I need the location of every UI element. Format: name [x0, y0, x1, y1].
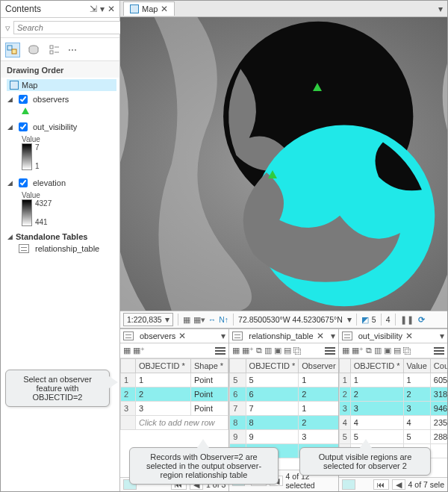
elevation-visibility-checkbox[interactable]	[19, 178, 28, 187]
map-canvas[interactable]	[120, 17, 447, 311]
close-icon[interactable]: ✕	[161, 4, 168, 14]
close-icon[interactable]: ✕	[405, 331, 413, 341]
snap-icon[interactable]: ↔	[208, 315, 217, 324]
sel-icon[interactable]: ▥	[264, 346, 272, 355]
close-icon[interactable]: ✕	[108, 4, 115, 14]
tab-list-by-drawing-order[interactable]	[5, 43, 20, 57]
first-record-button[interactable]: ⏮	[373, 479, 389, 490]
table-row[interactable]: 6623	[230, 387, 338, 402]
col-objectid[interactable]: OBJECTID *	[136, 359, 191, 373]
show-selected-button[interactable]	[342, 479, 355, 490]
close-icon[interactable]: ✕	[178, 331, 186, 341]
add-field-icon[interactable]: ▦⁺	[242, 346, 254, 355]
copy-icon[interactable]: ⿻	[403, 346, 411, 355]
col-objectid[interactable]: OBJECTID *	[246, 359, 299, 373]
field-icon[interactable]: ▦	[342, 346, 349, 355]
toc-observers[interactable]: ◢ observers	[7, 91, 116, 108]
app-frame: Contents ⇲ ▾ ✕ ▿ 🔍 ⋯ Drawing Order	[0, 0, 448, 492]
table-row[interactable]: 8827	[230, 416, 338, 430]
toc: Map ◢ observers ◢ out_visibility Value 7…	[1, 78, 119, 491]
col-value[interactable]: Value	[403, 359, 430, 373]
menu-icon[interactable]: ▾	[100, 4, 105, 14]
out-visibility-checkbox[interactable]	[19, 122, 28, 131]
menu-icon[interactable]	[434, 347, 444, 355]
toc-map-label: Map	[22, 81, 37, 90]
del-icon[interactable]: ▤	[393, 346, 401, 355]
prev-record-button[interactable]: ◀	[392, 479, 405, 490]
table-row[interactable]: 4442357	[339, 416, 447, 430]
table-row[interactable]: 9937	[230, 430, 338, 444]
tab-list-by-source[interactable]	[26, 43, 41, 57]
add-row[interactable]: Click to add new row	[136, 416, 228, 430]
chevron-down-icon[interactable]: ▾	[347, 314, 352, 325]
grid-icon[interactable]: ▦	[183, 315, 190, 324]
rel-table-label: relationship_table	[35, 244, 99, 253]
chevron-down-icon[interactable]: ▾	[221, 331, 225, 341]
add-field-icon[interactable]: ▦⁺	[133, 346, 145, 355]
table-row[interactable]: 22Point	[121, 387, 228, 402]
table-row[interactable]: 11Point	[121, 373, 228, 387]
toc-out-visibility[interactable]: ◢ out_visibility	[7, 119, 116, 135]
sel-icon[interactable]: ▥	[374, 346, 382, 355]
toc-standalone-tables: ◢ Standalone Tables	[7, 231, 116, 243]
chevron-down-icon: ▾	[165, 314, 169, 325]
expander-icon[interactable]: ◢	[7, 179, 13, 187]
chevron-down-icon[interactable]: ▾	[331, 331, 335, 341]
calc-icon[interactable]: ⧉	[366, 346, 372, 355]
drawing-order-title: Drawing Order	[1, 61, 119, 78]
svg-rect-0	[7, 46, 12, 50]
view-menu-icon[interactable]: ▾	[438, 4, 447, 14]
menu-icon[interactable]	[325, 347, 335, 355]
table-icon	[232, 331, 243, 340]
table-icon	[123, 331, 134, 340]
field-icon[interactable]: ▦	[123, 346, 131, 355]
refresh-icon[interactable]: ⟳	[418, 315, 425, 324]
zoom-count: 4	[386, 315, 391, 324]
field-icon[interactable]: ▦	[232, 346, 240, 355]
close-icon[interactable]: ✕	[317, 331, 324, 341]
coords-readout: 72.8500530°W 44.5230675°N	[238, 315, 343, 324]
toc-elevation[interactable]: ◢ elevation	[7, 175, 116, 191]
col-count[interactable]: Cou...	[430, 359, 447, 373]
chevron-down-icon[interactable]: ▾	[440, 331, 444, 341]
scale-dropdown[interactable]: 1:220,835 ▾	[123, 313, 173, 326]
toc-map[interactable]: Map	[7, 79, 116, 91]
clear-icon[interactable]: ▣	[274, 346, 281, 355]
unpin-icon[interactable]: ⇲	[90, 4, 97, 14]
table-title: out_visibility	[358, 331, 402, 340]
table-row[interactable]: 5513	[230, 373, 338, 387]
map-tab[interactable]: Map ✕	[123, 1, 175, 16]
table-row[interactable]: 33Point	[121, 402, 228, 416]
table-row[interactable]: 2223186	[339, 387, 447, 402]
pause-icon[interactable]: ❚❚	[400, 315, 414, 324]
table-row[interactable]: 555288	[339, 430, 447, 444]
grid2-icon[interactable]: ▦▾	[193, 315, 205, 324]
north-icon[interactable]: N↑	[219, 315, 228, 324]
filter-icon[interactable]: ▿	[5, 22, 10, 34]
map-tabbar: Map ✕ ▾	[120, 1, 447, 17]
col-shape[interactable]: Shape *	[190, 359, 228, 373]
table-header: out_visibility ✕ ▾	[339, 329, 447, 343]
select-icon[interactable]: ◩	[361, 315, 369, 324]
copy-icon[interactable]: ⿻	[293, 346, 302, 355]
toc-relationship-table[interactable]: relationship_table	[7, 243, 116, 255]
clear-icon[interactable]: ▣	[384, 346, 391, 355]
menu-icon[interactable]	[215, 347, 225, 355]
table-row[interactable]: 1116053	[339, 373, 447, 387]
expander-icon[interactable]: ◢	[7, 123, 13, 131]
contents-search-input[interactable]	[13, 21, 125, 34]
tab-more-icon[interactable]: ⋯	[68, 45, 77, 55]
observers-visibility-checkbox[interactable]	[19, 95, 28, 104]
expander-icon[interactable]: ◢	[7, 233, 13, 240]
col-observer[interactable]: Observer	[299, 359, 338, 373]
calc-icon[interactable]: ⧉	[256, 346, 262, 355]
elevation-label: elevation	[33, 178, 66, 187]
table-row[interactable]: 333946	[339, 402, 447, 416]
value-label: Value	[22, 191, 116, 199]
expander-icon[interactable]: ◢	[7, 96, 13, 103]
add-field-icon[interactable]: ▦⁺	[352, 346, 364, 355]
tab-list-by-selection[interactable]	[47, 43, 62, 57]
col-objectid[interactable]: OBJECTID *	[350, 359, 403, 373]
del-icon[interactable]: ▤	[284, 346, 291, 355]
table-row[interactable]: 7717	[230, 402, 338, 416]
